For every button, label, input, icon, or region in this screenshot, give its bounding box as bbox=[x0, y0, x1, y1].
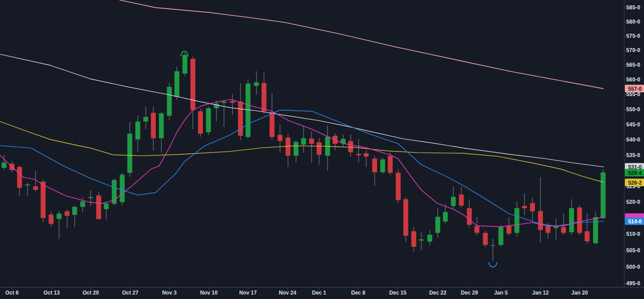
time-axis-label: Nov 3 bbox=[162, 290, 177, 296]
candle-up bbox=[246, 79, 251, 138]
time-axis-label: Nov 24 bbox=[279, 290, 296, 296]
candle-body bbox=[25, 185, 30, 186]
blue-arc-annotation[interactable] bbox=[489, 262, 497, 267]
candle-down bbox=[286, 133, 291, 167]
candle-down bbox=[151, 107, 156, 150]
candle-up bbox=[214, 101, 219, 121]
candle-up bbox=[419, 232, 424, 250]
candle-body bbox=[96, 195, 101, 219]
candle-down bbox=[198, 109, 203, 137]
candle-body bbox=[128, 133, 132, 173]
candle-body bbox=[546, 226, 551, 233]
candle-up bbox=[136, 116, 140, 152]
candle-down bbox=[372, 156, 377, 186]
time-axis-label: Dec 1 bbox=[312, 290, 326, 296]
candle-body bbox=[2, 162, 7, 168]
price-tag-ma-blue[interactable]: 514-0 bbox=[625, 218, 644, 225]
candlestick-plot[interactable] bbox=[0, 0, 624, 287]
candle-body bbox=[396, 173, 401, 200]
candle-up bbox=[341, 134, 346, 148]
time-axis-label: Oct 6 bbox=[5, 290, 19, 296]
candle-down bbox=[65, 209, 70, 228]
candle-body bbox=[167, 87, 172, 116]
ma-yellow-line bbox=[0, 121, 603, 182]
candle-down bbox=[238, 83, 243, 140]
candle-down bbox=[41, 180, 46, 223]
candle-body bbox=[507, 226, 512, 233]
candle-body bbox=[530, 203, 535, 211]
ma-magenta-line bbox=[0, 99, 604, 226]
candle-body bbox=[356, 154, 361, 155]
candle-down bbox=[459, 186, 464, 208]
price-tag-last-price[interactable]: 529-4 bbox=[625, 169, 644, 177]
candle-up bbox=[515, 201, 520, 237]
price-axis-label: 495-0 bbox=[626, 280, 644, 287]
time-axis-label: Jan 5 bbox=[494, 290, 508, 296]
candle-up bbox=[112, 178, 117, 206]
price-axis-label: 545-0 bbox=[626, 121, 644, 128]
candle-down bbox=[270, 93, 275, 140]
candle-down bbox=[309, 131, 314, 163]
candle-body bbox=[554, 226, 559, 228]
candle-body bbox=[348, 141, 353, 153]
time-axis[interactable]: Oct 6Oct 13Oct 20Oct 27Nov 3Nov 10Nov 17… bbox=[0, 287, 644, 299]
price-axis[interactable]: 585-0580-0575-0570-0565-0560-0555-0550-0… bbox=[624, 0, 644, 287]
candle-down bbox=[96, 191, 101, 219]
price-tag-ma-yellow[interactable]: 526-2 bbox=[625, 179, 644, 186]
candle-body bbox=[206, 108, 211, 132]
candle-up bbox=[491, 239, 496, 261]
price-axis-label: 575-0 bbox=[626, 33, 644, 39]
candle-body bbox=[72, 207, 77, 215]
candle-body bbox=[499, 227, 504, 245]
candle-body bbox=[33, 186, 38, 190]
candle-body bbox=[278, 135, 283, 141]
candle-down bbox=[585, 213, 590, 244]
candle-body bbox=[41, 182, 46, 218]
candle-up bbox=[254, 71, 259, 95]
candle-body bbox=[380, 159, 385, 172]
candle-body bbox=[491, 245, 496, 246]
candle-down bbox=[364, 150, 369, 167]
time-axis-label: Oct 13 bbox=[44, 290, 60, 296]
candle-down bbox=[467, 199, 472, 228]
candle-up bbox=[593, 211, 598, 245]
candle-up bbox=[451, 186, 456, 209]
price-axis-label: 560-0 bbox=[626, 77, 644, 83]
candle-body bbox=[538, 211, 543, 230]
candle-up bbox=[206, 106, 211, 135]
candle-body bbox=[483, 233, 488, 245]
candle-up bbox=[144, 106, 148, 129]
candle-body bbox=[270, 112, 275, 137]
candle-body bbox=[436, 217, 440, 233]
price-axis-label: 535-0 bbox=[626, 152, 644, 158]
candle-up bbox=[183, 53, 188, 77]
price-axis-label: 570-0 bbox=[626, 47, 644, 53]
candle-body bbox=[294, 142, 299, 156]
candle-body bbox=[159, 113, 164, 138]
candle-body bbox=[104, 203, 109, 209]
price-tag-ma-pink[interactable]: 557-0 bbox=[625, 85, 644, 93]
candle-body bbox=[443, 212, 448, 222]
candle-body bbox=[585, 231, 590, 242]
candle-up bbox=[128, 122, 132, 177]
candle-body bbox=[601, 173, 606, 218]
candle-body bbox=[515, 208, 520, 233]
candle-body bbox=[151, 113, 156, 138]
candle-body bbox=[301, 138, 306, 145]
price-axis-label: 585-0 bbox=[626, 4, 644, 11]
time-axis-label: Dec 29 bbox=[461, 290, 478, 296]
candle-body bbox=[17, 167, 22, 188]
candle-body bbox=[372, 158, 377, 172]
candle-down bbox=[49, 212, 54, 227]
candle-down bbox=[317, 138, 322, 165]
candle-down bbox=[538, 177, 543, 242]
candle-up bbox=[57, 211, 62, 239]
candle-body bbox=[317, 142, 322, 155]
candle-down bbox=[191, 57, 196, 129]
candle-body bbox=[522, 206, 527, 208]
time-axis-label: Dec 15 bbox=[389, 290, 407, 296]
candle-body bbox=[404, 199, 408, 236]
candle-body bbox=[198, 111, 203, 133]
candle-body bbox=[191, 59, 196, 110]
candle-body bbox=[428, 235, 432, 242]
